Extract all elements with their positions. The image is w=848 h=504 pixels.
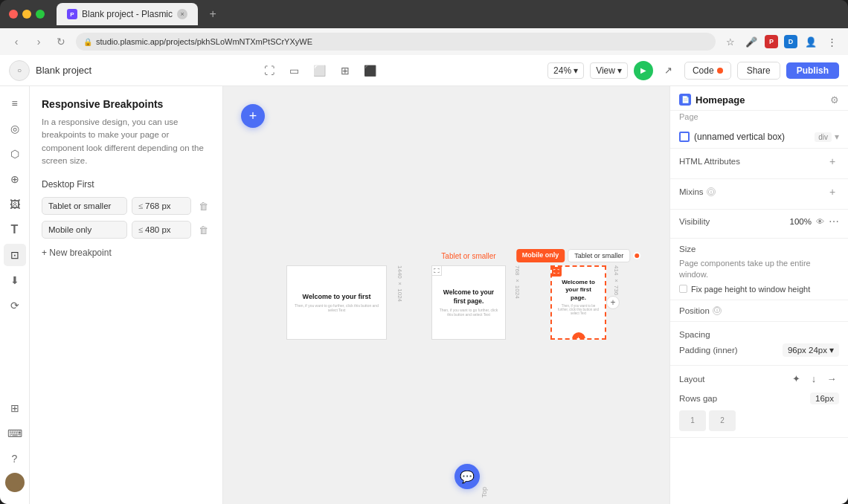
- html-attributes-add-btn[interactable]: +: [826, 155, 839, 168]
- spacing-label: Spacing: [679, 330, 710, 339]
- browser-tab[interactable]: P Blank project - Plasmic ×: [57, 3, 198, 25]
- share-btn[interactable]: Share: [737, 62, 780, 80]
- user-avatar[interactable]: [5, 473, 25, 492]
- play-btn[interactable]: ▶: [634, 61, 653, 80]
- rp-subtitle: Page: [670, 111, 848, 126]
- mixins-section: Mixins ⓘ +: [670, 179, 848, 210]
- view-btn[interactable]: View ▾: [590, 62, 628, 79]
- gear-icon[interactable]: ⚙: [830, 94, 839, 106]
- profile-icon[interactable]: 👤: [803, 34, 818, 49]
- bp-delete-mobile[interactable]: 🗑: [196, 222, 211, 237]
- minimize-traffic-light[interactable]: [22, 10, 31, 19]
- bp-lte-mobile: ≤: [138, 225, 143, 234]
- mobile-frame-text: Welcome to your first page.: [558, 279, 599, 302]
- bp-name-tablet[interactable]: Tablet or smaller: [42, 197, 127, 215]
- sidebar-icon-image[interactable]: 🖼: [4, 193, 26, 216]
- tab-close-btn[interactable]: ×: [177, 9, 187, 19]
- new-breakpoint-btn[interactable]: + New breakpoint: [42, 245, 211, 261]
- toolbar-icons: ☆ 🎤 P D 👤 ⋮: [723, 34, 839, 49]
- reload-btn[interactable]: ↻: [54, 34, 68, 49]
- sidebar-icon-history[interactable]: ⟳: [4, 294, 26, 317]
- frame-desktop: 1440 × 1024 Welcome to your first Then, …: [286, 265, 387, 340]
- sidebar-icon-keyboard[interactable]: ⌨: [4, 422, 26, 445]
- layout-star-icon[interactable]: ✦: [788, 372, 803, 387]
- sidebar-icon-cross[interactable]: ⊕: [4, 168, 26, 190]
- view-chevron: ▾: [617, 65, 622, 76]
- rp-title-row: 📄 Homepage: [679, 94, 745, 106]
- chat-bubble[interactable]: 💬: [454, 464, 480, 489]
- visibility-value: 100%: [790, 217, 812, 226]
- viewport-grid-btn[interactable]: ⊞: [335, 61, 355, 80]
- frame-tablet-inner[interactable]: ⛶ Welcome to your first page. Then, if y…: [431, 265, 506, 340]
- header-right: 24% ▾ View ▾ ▶ ↗ Code Share Publish: [547, 61, 839, 80]
- bookmark-icon[interactable]: ☆: [723, 34, 738, 49]
- menu-icon[interactable]: ⋮: [824, 34, 839, 49]
- fix-page-checkbox[interactable]: [679, 285, 687, 293]
- sidebar-icon-help[interactable]: ?: [4, 448, 26, 470]
- sidebar-icon-text-large[interactable]: T: [4, 219, 26, 241]
- canvas-add-btn[interactable]: +: [241, 104, 265, 128]
- unnamed-box-name: (unnamed vertical box): [694, 132, 785, 142]
- sidebar-icon-download[interactable]: ⬇: [4, 269, 26, 291]
- size-label: Size: [679, 245, 696, 253]
- sidebar-icon-grid[interactable]: ⊞: [4, 397, 26, 419]
- close-traffic-light[interactable]: [9, 10, 18, 19]
- zoom-control[interactable]: 24% ▾: [547, 62, 584, 79]
- viewport-fullscreen-btn[interactable]: ⛶: [260, 61, 279, 80]
- back-btn[interactable]: ‹: [9, 34, 24, 49]
- canvas-area[interactable]: + 1440 × 1024 Welcome to your first Then…: [223, 86, 669, 504]
- bp-px-mobile: 480 px: [145, 225, 171, 234]
- rows-gap-value[interactable]: 16px: [810, 392, 839, 404]
- lock-icon: 🔒: [83, 38, 92, 46]
- unnamed-box-row: (unnamed vertical box) div ▾: [670, 126, 848, 149]
- layout-right-icon[interactable]: →: [824, 372, 839, 387]
- top-label: Top: [481, 487, 488, 498]
- export-btn[interactable]: ↗: [659, 61, 678, 80]
- mic-icon[interactable]: 🎤: [744, 34, 759, 49]
- new-breakpoint-label: + New breakpoint: [42, 248, 112, 258]
- ext-icon-1[interactable]: P: [765, 35, 778, 48]
- bp-delete-tablet[interactable]: 🗑: [196, 198, 211, 213]
- new-tab-btn[interactable]: +: [204, 5, 222, 23]
- maximize-traffic-light[interactable]: [36, 10, 45, 19]
- sidebar-icon-hamburger[interactable]: ≡: [4, 92, 26, 114]
- unnamed-box-left: (unnamed vertical box): [679, 132, 785, 142]
- frame-desktop-inner[interactable]: Welcome to your first Then, if you want …: [286, 265, 387, 340]
- visibility-more-btn[interactable]: ⋯: [829, 216, 839, 227]
- address-bar[interactable]: 🔒 studio.plasmic.app/projects/pkhSLoWmNT…: [76, 33, 716, 51]
- tab-label: Blank project - Plasmic: [82, 9, 173, 19]
- bp-value-mobile: ≤ 480 px: [132, 221, 191, 239]
- desktop-frame-text: Welcome to your first: [293, 293, 380, 302]
- browser-frame: P Blank project - Plasmic × + ‹ › ↻ 🔒 st…: [0, 0, 848, 504]
- view-label: View: [596, 65, 615, 76]
- mixins-add-btn[interactable]: +: [826, 185, 839, 198]
- layout-down-icon[interactable]: ↓: [806, 372, 821, 387]
- html-attributes-section: HTML Attributes +: [670, 149, 848, 179]
- panel-desc: In a responsive design, you can use brea…: [42, 116, 211, 167]
- viewport-custom-btn[interactable]: ⬛: [361, 61, 380, 80]
- position-info-icon: ⓘ: [713, 306, 722, 315]
- forward-btn[interactable]: ›: [31, 34, 46, 49]
- padding-value[interactable]: 96px 24px ▾: [783, 343, 839, 357]
- sidebar-icon-components[interactable]: ⬡: [4, 143, 26, 165]
- code-btn[interactable]: Code: [684, 62, 731, 80]
- expand-icon[interactable]: ▾: [835, 132, 839, 142]
- ext-icon-2[interactable]: D: [784, 35, 797, 48]
- visibility-eye-icon[interactable]: 👁: [816, 217, 824, 226]
- position-label: Position: [679, 306, 710, 315]
- sidebar-icon-breakpoints[interactable]: ⊡: [4, 244, 26, 266]
- layout-label: Layout: [679, 375, 705, 384]
- breakpoints-panel: Responsive Breakpoints In a responsive d…: [30, 86, 223, 504]
- sidebar-icon-layers[interactable]: ◎: [4, 117, 26, 140]
- viewport-split-btn[interactable]: ⬜: [310, 61, 330, 80]
- layout-icons: ✦ ↓ →: [788, 372, 839, 387]
- publish-btn[interactable]: Publish: [786, 62, 839, 79]
- frame-plus-right[interactable]: +: [606, 296, 620, 309]
- browser-titlebar: P Blank project - Plasmic × +: [0, 0, 848, 28]
- mobile-frame-add-btn[interactable]: +: [572, 332, 585, 340]
- frame-mobile-inner[interactable]: ⛶ Welcome to your first page. Then, if y…: [550, 265, 606, 340]
- viewport-single-btn[interactable]: ▭: [285, 61, 304, 80]
- mobile-only-badge[interactable]: Mobile only: [516, 249, 565, 262]
- bp-name-mobile[interactable]: Mobile only: [42, 221, 127, 239]
- traffic-lights: [9, 10, 45, 19]
